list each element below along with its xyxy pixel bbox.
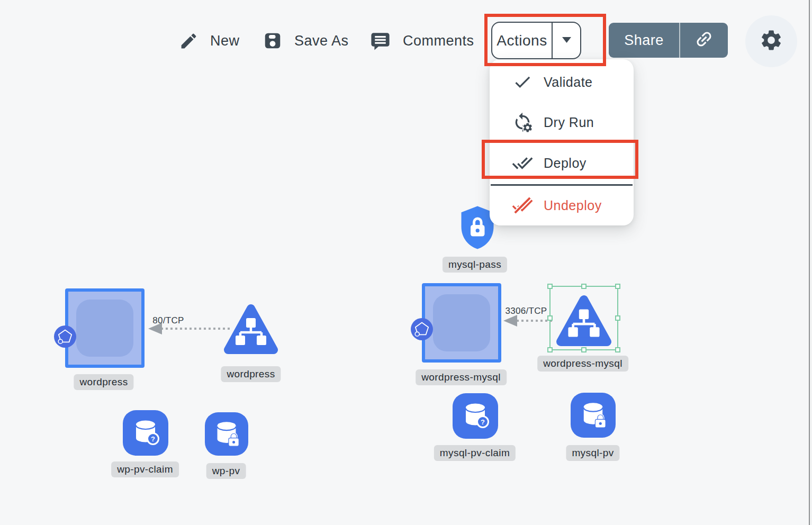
node-label: mysql-pv [566,445,619,461]
selection-box[interactable] [549,286,618,350]
window-edge-strip [810,0,812,525]
pv-database-lock-icon [576,397,610,433]
pencil-icon [179,31,199,51]
node-wp-pv[interactable] [205,412,248,456]
link-icon [694,29,714,51]
node-wordpress-deployment[interactable] [65,288,145,368]
node-label: mysql-pass [443,257,507,273]
edge-label: 80/TCP [152,315,184,326]
comment-icon [369,30,391,52]
actions-label: Actions [492,23,552,58]
comments-label: Comments [403,33,474,49]
check-icon [512,71,533,93]
selection-handle-se[interactable] [615,347,620,352]
selection-handle-n[interactable] [581,284,587,289]
node-label: wordpress-mysql [416,369,507,385]
service-triangle-icon [223,347,278,356]
share-link-button[interactable] [680,23,728,58]
selection-handle-s[interactable] [581,347,587,352]
menu-item-undeploy[interactable]: Undeploy [490,189,634,221]
save-as-label: Save As [294,33,349,49]
svg-text:?: ? [151,435,155,443]
undeploy-icon [512,195,533,216]
selection-handle-ne[interactable] [615,284,620,289]
shield-lock-icon [458,242,497,251]
node-label: wp-pv-claim [111,461,179,477]
settings-button[interactable] [745,15,797,67]
selection-handle-w[interactable] [547,315,553,321]
new-button[interactable]: New [179,29,240,52]
node-wordpress-service[interactable] [223,304,278,357]
node-label: wordpress [74,374,133,390]
selection-handle-e[interactable] [615,315,620,321]
deployment-inner-pod [76,300,133,357]
svg-text:?: ? [481,418,485,426]
share-label: Share [609,23,679,58]
window-edge-line [809,0,810,525]
deploy-label: Deploy [544,156,587,171]
share-split-button[interactable]: Share [609,23,728,58]
edge-mysql-arrowhead [503,315,517,327]
node-label: wordpress-mysql [537,356,628,372]
menu-item-dry-run[interactable]: Dry Run [490,106,634,138]
pod-badge-icon [54,325,76,348]
actions-dropdown-menu: Validate Dry Run Deploy [490,59,634,225]
dry-run-icon [512,112,533,133]
edge-wordpress-dotted-line [161,328,230,330]
menu-item-deploy[interactable]: Deploy [490,147,634,179]
gear-icon [759,28,783,55]
node-label: mysql-pv-claim [434,445,516,461]
designer-canvas: New Save As Comments Actions Share [0,0,812,525]
comments-button[interactable]: Comments [369,29,474,52]
pod-badge-icon [411,318,433,340]
node-label: wp-pv [206,463,246,479]
chevron-down-icon [562,36,571,46]
save-icon [263,31,283,51]
node-mysql-pv[interactable] [571,393,616,438]
double-check-icon [512,152,533,174]
menu-item-validate[interactable]: Validate [490,66,634,98]
pvc-database-question-icon: ? [129,415,163,451]
edge-label: 3306/TCP [506,306,547,316]
actions-dropdown-toggle[interactable] [553,23,580,58]
menu-divider [491,184,633,186]
node-wp-pv-claim[interactable]: ? [123,410,168,456]
dry-run-label: Dry Run [544,115,594,130]
pvc-database-question-icon: ? [458,398,492,434]
node-mysql-pv-claim[interactable]: ? [453,393,498,439]
actions-split-button[interactable]: Actions [491,22,581,59]
pv-database-lock-icon [210,417,243,451]
node-label: wordpress [221,366,281,382]
undeploy-label: Undeploy [544,198,602,213]
validate-label: Validate [544,75,593,90]
save-as-button[interactable]: Save As [263,29,349,52]
deployment-inner-pod [433,294,490,351]
node-wordpress-mysql-deployment[interactable] [422,283,501,363]
selection-handle-sw[interactable] [547,347,553,352]
selection-handle-nw[interactable] [547,284,553,289]
new-label: New [210,33,240,49]
